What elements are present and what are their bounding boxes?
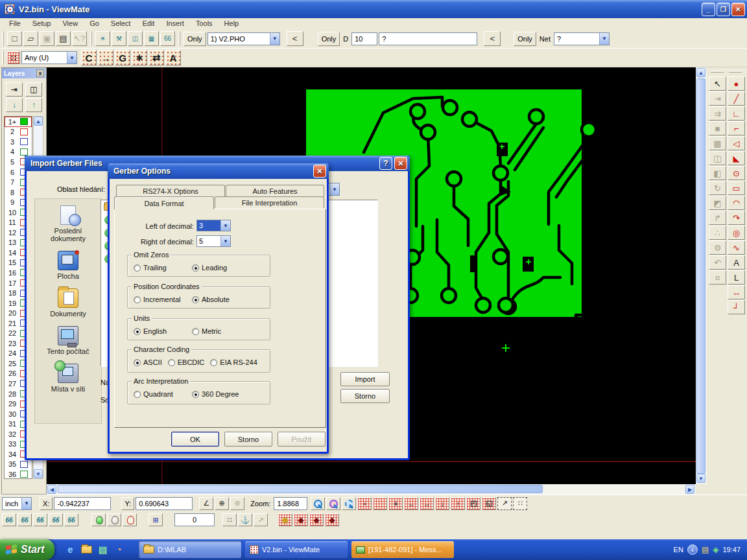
flash-spot-icon[interactable]: ◉ — [278, 513, 292, 526]
sine-tool[interactable]: ∿ — [728, 240, 745, 255]
arc-segment-tool[interactable]: ◁ — [728, 136, 745, 150]
layer-off-icon[interactable] — [107, 513, 121, 526]
place-my-computer[interactable]: Tento počítač — [36, 326, 100, 355]
view-flashes-icon[interactable]: 66 — [33, 513, 47, 526]
place-network[interactable]: Místa v síti — [36, 364, 100, 393]
scroll-down-icon[interactable]: ▼ — [696, 474, 706, 483]
zoom-sel-icon[interactable]: ◱ — [482, 497, 496, 510]
colors-icon[interactable]: ▦ — [144, 31, 159, 46]
menu-item[interactable]: View — [56, 19, 84, 29]
radio-option[interactable]: Leading — [192, 264, 250, 272]
task-mlab[interactable]: D:\MLAB — [139, 541, 241, 558]
close-icon[interactable]: ✕ — [313, 165, 326, 178]
chevron-down-icon[interactable]: ▼ — [329, 183, 339, 195]
probe-center-icon[interactable]: ⊛ — [230, 497, 244, 510]
flash-button[interactable]: ∗ — [132, 50, 147, 65]
only-layer-button[interactable]: Only — [184, 32, 206, 46]
minimize-button[interactable]: _ — [702, 3, 715, 16]
dcode-film-icon[interactable]: ◫ — [128, 31, 143, 46]
layer-color-swatch[interactable] — [20, 118, 28, 125]
y-coordinate-field[interactable]: 0.690643 — [136, 497, 193, 510]
pad-diamond-s-icon[interactable]: ◈ — [309, 513, 324, 526]
view-polygons-icon[interactable]: 66 — [49, 513, 63, 526]
view-traces-icon[interactable]: 66 — [18, 513, 32, 526]
language-indicator[interactable]: EN — [674, 546, 683, 554]
canvas-hscrollbar[interactable]: ◀ ▶ — [47, 484, 696, 495]
rect-pad-tool[interactable]: ▭ — [728, 181, 745, 195]
layer-row[interactable]: 3 — [5, 137, 32, 147]
radio-option[interactable]: Incremental — [134, 296, 192, 303]
move-element-tool[interactable]: ↱ — [709, 211, 726, 225]
grid-origin-icon[interactable]: + — [388, 497, 403, 510]
canvas-vscrollbar[interactable]: ▲ ▼ — [696, 67, 707, 484]
chevron-down-icon[interactable]: ▼ — [599, 33, 609, 45]
layer-row[interactable]: 2 — [5, 127, 32, 137]
zoom-grid-icon[interactable] — [326, 497, 340, 510]
chevron-down-icon[interactable]: ▼ — [220, 220, 230, 231]
prev-dcode-button[interactable]: < — [287, 31, 303, 46]
scroll-right-icon[interactable]: ▶ — [685, 485, 694, 494]
layer-row[interactable]: 1+ — [5, 117, 32, 127]
radio-option[interactable]: Absolute — [192, 296, 250, 303]
apply-button[interactable]: Použít — [278, 432, 326, 447]
chevron-down-icon[interactable]: ▼ — [220, 236, 230, 246]
transfer-dcode-tool[interactable]: ⇉ — [709, 106, 726, 121]
layer-row[interactable]: 36 — [5, 469, 32, 479]
layer-transfer-button[interactable]: ◫ — [25, 82, 42, 97]
move-vertex-tool[interactable]: ∴ — [709, 226, 726, 240]
pan-left-icon[interactable]: ← — [404, 497, 418, 510]
cursor-tool[interactable]: ↖ — [709, 76, 726, 91]
elbow-tool[interactable]: ┘ — [728, 300, 745, 314]
scale-tool[interactable]: ◩ — [709, 196, 726, 210]
radio-option[interactable]: 360 Degree — [192, 390, 250, 398]
quad-view-button[interactable]: ⊞ — [148, 513, 163, 526]
chevron-down-icon[interactable]: ▼ — [270, 33, 279, 45]
zoom-prev-icon[interactable]: ◰ — [466, 497, 480, 510]
curve-tool[interactable]: ↷ — [728, 211, 745, 225]
layer-color-swatch[interactable] — [20, 148, 28, 156]
rotate-tool[interactable]: ↻ — [709, 181, 726, 195]
probe-tool[interactable]: ¤ — [709, 270, 726, 285]
save-icon[interactable]: ▣ — [40, 31, 54, 46]
layer-color-swatch[interactable] — [20, 128, 28, 135]
zoom-window-icon[interactable] — [342, 497, 356, 510]
scroll-left-icon[interactable]: ◀ — [47, 485, 56, 494]
pad-diamond-dot-icon[interactable]: ◆ — [325, 513, 339, 526]
vscroll-thumb[interactable] — [696, 78, 706, 474]
pad-tool[interactable]: ● — [728, 76, 745, 91]
menu-item[interactable]: Go — [84, 19, 105, 29]
only-net-button[interactable]: Only — [514, 32, 536, 46]
tray-antivirus-icon[interactable]: ◈ — [713, 545, 718, 554]
dcode-query-field[interactable]: ? — [379, 32, 477, 45]
notes-icon[interactable]: ▤ — [97, 544, 108, 555]
menu-item[interactable]: Select — [105, 19, 137, 29]
measure-icon[interactable]: 66 — [160, 31, 175, 46]
ie-icon[interactable]: e — [65, 544, 76, 555]
pan-right-icon[interactable]: → — [420, 497, 434, 510]
folder-quick-icon[interactable] — [81, 544, 92, 555]
aperture-filter-combo[interactable]: Any (U) ▼ — [21, 51, 77, 64]
ellipse-tool[interactable]: ◎ — [728, 226, 745, 240]
tab-data-format[interactable]: Data Format — [114, 196, 214, 209]
dcode-c-button[interactable]: C — [81, 50, 97, 65]
zoom-in-icon[interactable] — [311, 497, 325, 510]
right-decimal-combo[interactable]: 5 ▼ — [196, 235, 231, 247]
anchor-icon[interactable]: ⚓ — [238, 513, 252, 526]
highlight-icon[interactable]: ☀ — [95, 31, 110, 46]
dot-select-icon[interactable]: ∷ — [513, 497, 527, 510]
layer-row[interactable]: 35 — [5, 460, 32, 470]
settings-tool[interactable]: ⚙ — [709, 240, 726, 255]
place-desktop[interactable]: Plocha — [36, 251, 100, 280]
dcode-value-field[interactable]: 10 — [351, 32, 377, 45]
maximize-button[interactable]: ❐ — [717, 3, 730, 16]
layer-select-combo[interactable]: 1) V2.PHO ▼ — [208, 32, 280, 45]
move-layer-up-button[interactable]: ↑ — [25, 98, 42, 112]
help-icon[interactable]: ? — [379, 157, 392, 170]
radio-option[interactable]: EIA RS-244 — [210, 358, 257, 366]
print-icon[interactable]: ▤ — [56, 31, 71, 46]
radio-option[interactable]: Trailing — [134, 264, 192, 272]
hscroll-thumb[interactable] — [58, 485, 543, 493]
start-button[interactable]: Start — [0, 539, 54, 560]
zoom-value-field[interactable]: 1.8868 — [274, 497, 307, 510]
text-tool[interactable]: A — [728, 255, 745, 270]
